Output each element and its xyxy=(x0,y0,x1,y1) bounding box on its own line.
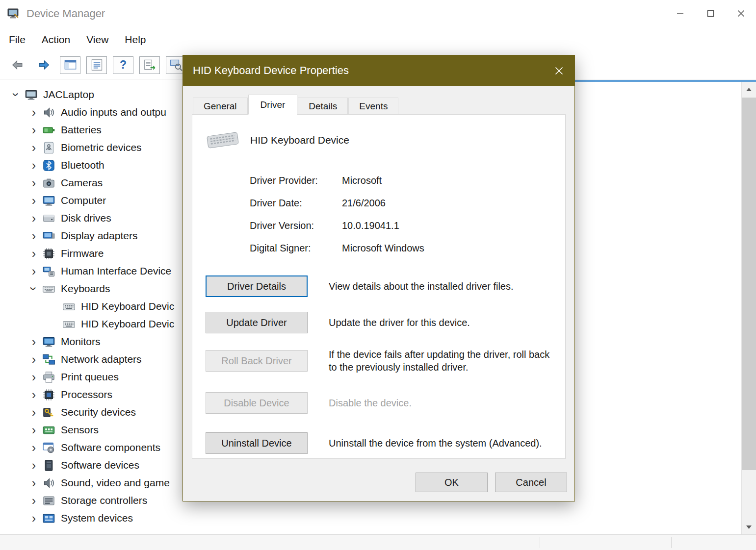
disable-device-description: Disable the device. xyxy=(329,397,560,409)
driver-field-driver-date: Driver Date:21/6/2006 xyxy=(250,196,565,210)
export-list-icon[interactable] xyxy=(139,56,160,74)
menu-help[interactable]: Help xyxy=(125,34,146,46)
camera-icon xyxy=(42,176,57,190)
system-devices-icon xyxy=(42,511,57,525)
expand-chevron-icon[interactable]: › xyxy=(26,511,42,525)
uninstall-device-button[interactable]: Uninstall Device xyxy=(206,432,308,454)
scrollbar-thumb[interactable] xyxy=(742,98,756,470)
tab-details[interactable]: Details xyxy=(298,98,348,114)
help-icon[interactable]: ? xyxy=(113,56,133,74)
driver-field-driver-version: Driver Version:10.0.19041.1 xyxy=(250,219,565,232)
title-bar: Device Manager xyxy=(0,0,756,27)
expand-chevron-icon[interactable]: › xyxy=(26,405,42,420)
security-icon xyxy=(42,405,57,419)
tree-item-label: Processors xyxy=(61,389,112,400)
dialog-title: HID Keyboard Device Properties xyxy=(193,64,349,77)
expand-chevron-icon[interactable]: › xyxy=(26,493,42,508)
tree-item-label: Security devices xyxy=(61,406,136,418)
menu-bar: FileActionViewHelp xyxy=(0,28,756,51)
expand-chevron-icon[interactable]: › xyxy=(26,211,42,225)
tree-pane-top-highlight xyxy=(575,80,756,82)
expand-chevron-icon[interactable]: › xyxy=(26,352,42,367)
minimize-button[interactable] xyxy=(665,0,695,26)
tree-item-label: Bluetooth xyxy=(61,159,104,171)
expand-chevron-icon[interactable]: › xyxy=(26,458,42,473)
tree-item-label: Biometric devices xyxy=(61,142,142,153)
update-driver-button[interactable]: Update Driver xyxy=(206,312,308,333)
show-console-tree-icon[interactable] xyxy=(60,56,80,74)
dialog-footer: OK Cancel xyxy=(416,473,567,492)
expand-chevron-icon[interactable]: › xyxy=(26,370,42,384)
driver-field-digital-signer: Digital Signer:Microsoft Windows xyxy=(250,241,565,255)
action-row-driver-details: Driver DetailsView details about the ins… xyxy=(206,275,565,297)
status-bar-divider xyxy=(671,537,672,548)
vertical-scrollbar[interactable] xyxy=(741,82,756,534)
field-label: Driver Provider: xyxy=(250,175,342,186)
action-row-uninstall-device: Uninstall DeviceUninstall the device fro… xyxy=(206,432,565,454)
action-row-disable-device: Disable DeviceDisable the device. xyxy=(206,392,565,414)
keyboard-icon xyxy=(42,282,57,296)
menu-action[interactable]: Action xyxy=(42,34,70,46)
hid-keyboard-properties-dialog: HID Keyboard Device Properties GeneralDr… xyxy=(182,55,575,501)
menu-file[interactable]: File xyxy=(9,34,26,46)
expand-chevron-icon[interactable]: › xyxy=(26,475,42,490)
forward-icon[interactable] xyxy=(33,56,54,75)
field-label: Driver Date: xyxy=(250,198,342,209)
scroll-up-button[interactable] xyxy=(742,82,756,97)
expand-chevron-icon[interactable]: › xyxy=(26,423,42,437)
expand-chevron-icon[interactable]: › xyxy=(26,193,42,208)
tab-events[interactable]: Events xyxy=(348,98,398,114)
battery-icon xyxy=(42,123,57,137)
bluetooth-icon xyxy=(42,158,57,172)
scroll-down-button[interactable] xyxy=(742,520,756,534)
expand-chevron-icon[interactable]: › xyxy=(26,264,42,278)
expand-chevron-icon[interactable]: › xyxy=(26,246,42,261)
maximize-button[interactable] xyxy=(695,0,726,26)
expand-chevron-icon[interactable]: › xyxy=(26,158,42,173)
cancel-button[interactable]: Cancel xyxy=(495,473,567,492)
ok-button[interactable]: OK xyxy=(416,473,488,492)
menu-view[interactable]: View xyxy=(86,34,108,46)
field-value: Microsoft xyxy=(342,175,382,186)
driver-info-fields: Driver Provider:MicrosoftDriver Date:21/… xyxy=(250,174,565,255)
tab-driver[interactable]: Driver xyxy=(248,95,298,115)
monitor-icon xyxy=(42,335,57,349)
device-manager-window: Device Manager FileActionViewHelp ? ›JAC… xyxy=(0,0,756,550)
tree-item-label: Batteries xyxy=(61,124,102,136)
back-icon[interactable] xyxy=(7,56,27,75)
window-title: Device Manager xyxy=(26,7,105,20)
close-button[interactable] xyxy=(726,0,756,26)
device-name: HID Keyboard Device xyxy=(250,134,349,146)
field-value: 21/6/2006 xyxy=(342,198,386,209)
expand-chevron-icon[interactable]: › xyxy=(26,440,42,455)
software-components-icon xyxy=(42,441,57,454)
collapse-chevron-icon[interactable]: › xyxy=(26,280,41,297)
driver-field-driver-provider: Driver Provider:Microsoft xyxy=(250,174,565,187)
expand-chevron-icon[interactable]: › xyxy=(26,175,42,190)
expand-chevron-icon[interactable]: › xyxy=(26,334,42,349)
tab-general[interactable]: General xyxy=(193,98,248,114)
tree-item-label: Keyboards xyxy=(61,283,110,295)
expand-chevron-icon[interactable]: › xyxy=(26,105,42,120)
expand-chevron-icon[interactable]: › xyxy=(26,140,42,155)
driver-details-button[interactable]: Driver Details xyxy=(206,275,308,297)
display-adapter-icon xyxy=(42,229,57,243)
tree-item-system-devices[interactable]: ›System devices xyxy=(0,509,741,527)
computer-root-icon xyxy=(25,88,39,101)
tree-item-label: JACLaptop xyxy=(43,89,94,100)
sound-icon xyxy=(42,476,57,490)
properties-icon[interactable] xyxy=(86,56,107,74)
dialog-close-button[interactable] xyxy=(552,64,566,77)
tree-item-label: Firmware xyxy=(61,248,104,259)
expand-chevron-icon[interactable]: › xyxy=(26,228,42,243)
keyboard-icon xyxy=(62,300,77,313)
hid-icon xyxy=(42,264,57,278)
expand-chevron-icon[interactable]: › xyxy=(26,387,42,402)
dialog-tabs: GeneralDriverDetailsEvents xyxy=(183,94,574,114)
tree-item-label: HID Keyboard Devic xyxy=(81,318,174,330)
expand-chevron-icon[interactable]: › xyxy=(26,123,42,137)
action-row-roll-back-driver: Roll Back DriverIf the device fails afte… xyxy=(206,348,565,374)
collapse-chevron-icon[interactable]: › xyxy=(9,86,24,103)
keyboard-image xyxy=(205,129,240,151)
software-devices-icon xyxy=(42,458,57,472)
